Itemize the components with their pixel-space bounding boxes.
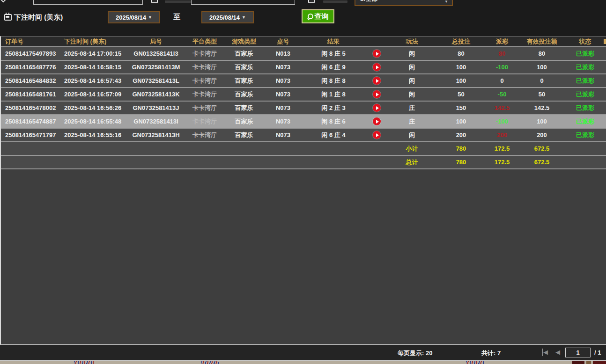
filter-text-input-2[interactable] — [191, 0, 295, 5]
play-video-icon[interactable] — [373, 77, 381, 85]
cell-result: 闲 8 庄 6 — [303, 115, 364, 128]
table-row[interactable]: 2508141654848322025-08-14 16:57:43GN0732… — [1, 74, 606, 88]
decorative-marks — [572, 361, 584, 364]
pagination-bar: 每页显示: 20 共计: 7 ◀ ◀ / 1 — [0, 344, 606, 361]
page-number-input[interactable] — [565, 348, 591, 357]
header-status: 状态 — [568, 36, 603, 46]
cell-empty — [603, 156, 606, 168]
cell-play-type: 闲 — [390, 74, 434, 87]
header-valid: 有效投注额 — [516, 36, 568, 46]
cell-status: 已派彩 — [568, 129, 603, 141]
table-row[interactable]: 2508141654717972025-08-14 16:55:16GN0732… — [1, 129, 606, 142]
cell-empty — [603, 142, 606, 155]
clipped-header-column — [604, 39, 606, 44]
grand-total-row: 总计780172.5672.5 — [1, 156, 606, 169]
date-to-picker[interactable]: 2025/08/14 ▼ — [201, 11, 254, 23]
cell-status: 已派彩 — [568, 47, 603, 60]
cell-table-number: N073 — [263, 129, 303, 141]
cell-game-type: 百家乐 — [225, 61, 263, 73]
summary-total-bet: 780 — [434, 142, 488, 155]
cell-empty — [1, 156, 63, 168]
summary-valid-bet: 672.5 — [516, 142, 568, 155]
decorative-marks — [466, 361, 485, 364]
cell-play-type: 闲 — [390, 88, 434, 101]
cell-game-type: 百家乐 — [225, 102, 263, 114]
cell-round-number: GN0732581413K — [127, 88, 185, 101]
cell-video — [364, 61, 390, 73]
cell-table-number: N073 — [263, 74, 303, 87]
header-game: 游戏类型 — [225, 36, 263, 46]
date-from-picker[interactable]: 2025/08/14 ▼ — [108, 11, 160, 23]
cell-partial — [603, 129, 606, 141]
header-round: 局号 — [127, 36, 185, 46]
cell-video — [364, 102, 390, 114]
table-row[interactable]: 2508141654877762025-08-14 16:58:15GN0732… — [1, 61, 606, 74]
cell-bet-time: 2025-08-14 16:58:15 — [63, 61, 127, 73]
cell-table-number: N073 — [263, 115, 303, 128]
cell-table-number: N073 — [263, 88, 303, 101]
header-time: 下注时间 (美东) — [63, 36, 127, 46]
table-row[interactable]: 2508141654817612025-08-14 16:57:09GN0732… — [1, 88, 606, 102]
filter-dropdown[interactable]: 1:全部 ▼ — [355, 0, 453, 6]
cell-game-type: 百家乐 — [225, 115, 263, 128]
cell-payout: -100 — [488, 61, 516, 73]
cell-result: 闲 1 庄 8 — [303, 88, 364, 101]
cell-play-type: 闲 — [390, 61, 434, 73]
play-video-icon[interactable] — [373, 131, 381, 139]
play-video-icon[interactable] — [373, 117, 381, 125]
play-video-icon[interactable] — [373, 50, 381, 58]
play-video-icon[interactable] — [373, 90, 381, 98]
cell-partial — [603, 74, 606, 87]
cell-game-type: 百家乐 — [225, 88, 263, 101]
cell-result: 闲 2 庄 3 — [303, 102, 364, 114]
cell-empty — [263, 156, 303, 168]
total-count-label: 共计: 7 — [481, 349, 501, 357]
cell-table-number: N073 — [263, 102, 303, 114]
prev-page-icon[interactable]: ◀ — [555, 349, 560, 356]
cell-order-number: 250814165487776 — [1, 61, 63, 73]
cell-play-type: 闲 — [390, 129, 434, 141]
cell-partial — [603, 61, 606, 73]
calendar-icon — [4, 14, 12, 21]
cell-bet-time: 2025-08-14 17:00:15 — [63, 47, 127, 60]
cell-platform-type: 卡卡湾厅 — [185, 129, 225, 141]
table-row[interactable]: 2508141654780022025-08-14 16:56:26GN0732… — [1, 102, 606, 115]
cell-game-type: 百家乐 — [225, 129, 263, 141]
first-page-icon[interactable]: ◀ — [542, 349, 548, 356]
search-button[interactable]: 查询 — [302, 9, 334, 23]
date-to-value: 2025/08/14 — [209, 14, 240, 21]
cell-bet-time: 2025-08-14 16:57:09 — [63, 88, 127, 101]
summary-total-bet: 780 — [434, 156, 488, 168]
cell-platform-type: 卡卡湾厅 — [185, 74, 225, 87]
cell-round-number: GN0732581413I — [127, 115, 185, 128]
cell-empty — [127, 142, 185, 155]
cell-play-type: 庄 — [390, 115, 434, 128]
cell-bet-time: 2025-08-14 16:57:43 — [63, 74, 127, 87]
chevron-down-icon: ▼ — [148, 15, 152, 20]
subtotal-row: 小计780172.5672.5 — [1, 142, 606, 156]
cell-total-bet: 80 — [434, 47, 488, 60]
cell-empty — [364, 142, 390, 155]
cell-payout: 80 — [488, 47, 516, 60]
filter-text-input-1[interactable] — [33, 0, 143, 5]
cell-round-number: GN0732581413M — [127, 61, 185, 73]
cell-empty — [1, 142, 63, 155]
cell-partial — [603, 88, 606, 101]
filter-dropdown-value: 1:全部 — [360, 0, 378, 3]
table-row[interactable]: 2508141654748872025-08-14 16:55:48GN0732… — [1, 115, 606, 129]
clipboard-icon — [151, 0, 158, 3]
play-video-icon[interactable] — [373, 63, 381, 71]
table-row[interactable]: 2508141754978932025-08-14 17:00:15GN0132… — [1, 47, 606, 61]
cell-round-number: GN0732581413H — [127, 129, 185, 141]
decorative-marks — [74, 361, 94, 364]
cell-order-number: 250814165471797 — [1, 129, 63, 141]
cell-empty — [303, 142, 364, 155]
cell-empty — [263, 142, 303, 155]
cell-bet-time: 2025-08-14 16:56:26 — [63, 102, 127, 114]
cell-platform-type: 卡卡湾厅 — [185, 61, 225, 73]
play-video-icon[interactable] — [373, 104, 381, 112]
header-table: 桌号 — [263, 36, 303, 46]
header-play: 玩法 — [390, 36, 434, 46]
date-from-value: 2025/08/14 — [116, 14, 146, 21]
decorative-marks — [201, 361, 219, 364]
